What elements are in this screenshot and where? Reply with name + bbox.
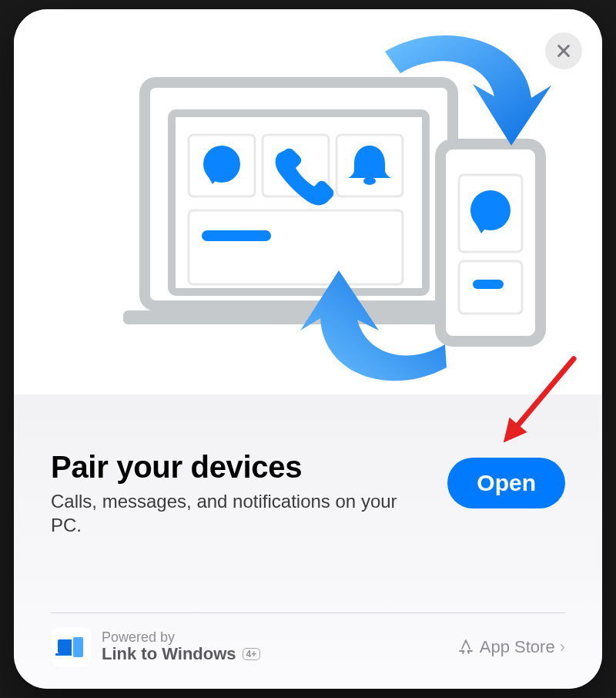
card-title: Pair your devices (51, 450, 426, 485)
card-subtitle: Calls, messages, and notifications on yo… (51, 489, 413, 537)
hero-illustration-area (14, 9, 602, 394)
svg-rect-21 (72, 636, 84, 658)
svg-rect-11 (202, 230, 271, 241)
app-name: Link to Windows (102, 644, 236, 664)
app-store-link[interactable]: App Store › (457, 637, 565, 657)
age-rating-badge: 4+ (243, 648, 261, 660)
text-block: Pair your devices Calls, messages, and n… (51, 450, 426, 537)
svg-rect-4 (123, 310, 474, 324)
pair-devices-illustration (62, 13, 554, 394)
powered-by-label: Powered by (102, 630, 446, 644)
footer-divider (51, 612, 565, 613)
main-row: Pair your devices Calls, messages, and n… (51, 450, 565, 537)
app-clip-card: Pair your devices Calls, messages, and n… (14, 9, 602, 689)
chevron-right-icon: › (560, 637, 565, 657)
sync-arrow-top-icon (385, 35, 551, 146)
footer-row: Powered by Link to Windows 4+ App Store … (51, 627, 565, 667)
open-button[interactable]: Open (447, 458, 565, 508)
link-to-windows-app-icon (51, 627, 91, 667)
close-icon (555, 42, 572, 59)
app-store-icon (457, 638, 475, 656)
svg-rect-16 (473, 280, 504, 289)
svg-point-9 (363, 177, 376, 185)
powered-by-block: Powered by Link to Windows 4+ (102, 630, 446, 664)
card-footer: Powered by Link to Windows 4+ App Store … (51, 612, 565, 667)
svg-rect-10 (189, 210, 403, 284)
close-button[interactable] (545, 32, 582, 69)
app-store-label: App Store (480, 637, 555, 657)
